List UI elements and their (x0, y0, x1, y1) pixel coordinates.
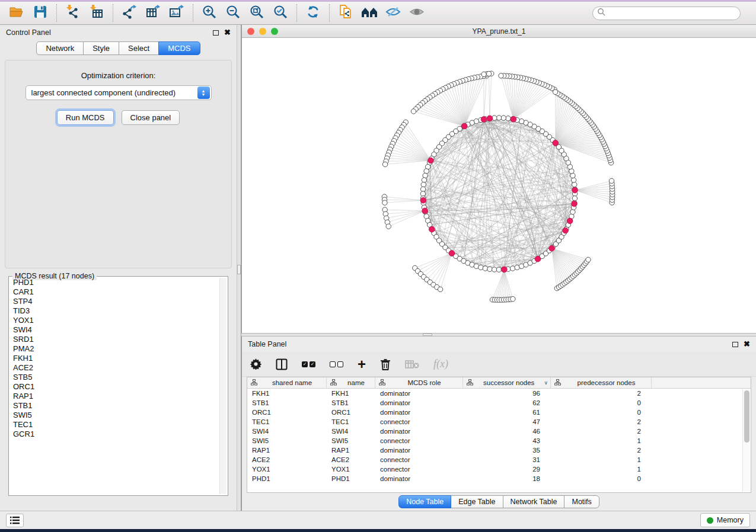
table-row[interactable]: RAP1RAP1dominator352 (247, 446, 751, 455)
maximize-traffic-light[interactable] (271, 28, 278, 35)
table-row[interactable]: STB1STB1dominator620 (247, 398, 751, 408)
cell-name[interactable]: TEC1 (327, 417, 375, 427)
mcds-list-scrollbar[interactable] (219, 278, 227, 494)
cell-shared-name[interactable]: SWI5 (247, 436, 327, 446)
mcds-result-item[interactable]: CAR1 (10, 287, 219, 297)
mcds-result-item[interactable]: STB1 (10, 401, 219, 411)
cell-name[interactable]: STB1 (327, 398, 375, 408)
zoom-fit-button[interactable] (245, 4, 269, 23)
mcds-result-item[interactable]: SWI5 (10, 411, 219, 420)
cell-mcds-role[interactable]: dominator (375, 446, 463, 455)
run-mcds-button[interactable]: Run MCDS (57, 110, 114, 125)
export-table-button[interactable] (141, 4, 165, 23)
search-field[interactable] (592, 7, 741, 20)
cell-mcds-role[interactable]: connector (375, 417, 463, 427)
close-panel-button[interactable]: Close panel (122, 110, 180, 125)
add-column-button[interactable]: + (358, 357, 366, 372)
tab-network[interactable]: Network (36, 41, 84, 55)
cell-successor-nodes[interactable]: 18 (463, 474, 551, 483)
table-row[interactable]: FKH1FKH1dominator962 (247, 389, 751, 398)
table-settings-button[interactable] (250, 357, 261, 372)
table-row[interactable]: PHD1PHD1dominator180 (247, 474, 751, 483)
splitter-handle[interactable] (423, 334, 432, 336)
mcds-result-item[interactable]: GCR1 (10, 430, 219, 439)
splitter-handle[interactable] (237, 265, 241, 274)
mcds-result-item[interactable]: PMA2 (10, 344, 219, 354)
cell-shared-name[interactable]: RAP1 (247, 446, 327, 455)
cell-predecessor-nodes[interactable]: 0 (551, 408, 652, 417)
tab-style[interactable]: Style (83, 41, 119, 55)
tab-motifs[interactable]: Motifs (564, 495, 599, 508)
mcds-result-item[interactable]: ACE2 (10, 363, 219, 373)
mcds-result-item[interactable]: PHD1 (10, 278, 219, 287)
cell-mcds-role[interactable]: connector (375, 436, 463, 446)
column-header-successor-nodes[interactable]: successor nodes∨ (463, 377, 551, 388)
cell-predecessor-nodes[interactable]: 0 (551, 398, 652, 408)
cell-predecessor-nodes[interactable]: 2 (551, 417, 652, 427)
cell-shared-name[interactable]: ORC1 (247, 408, 327, 417)
zoom-selected-button[interactable] (269, 4, 292, 23)
cell-successor-nodes[interactable]: 31 (463, 455, 551, 464)
table-row[interactable]: SWI5SWI5connector431 (247, 436, 751, 446)
vertical-splitter[interactable] (237, 25, 241, 511)
table-row[interactable]: TEC1TEC1connector472 (247, 417, 751, 427)
mcds-result-item[interactable]: ORC1 (10, 382, 219, 392)
cell-successor-nodes[interactable]: 35 (463, 446, 551, 455)
table-row[interactable]: YOX1YOX1connector291 (247, 464, 751, 474)
tab-select[interactable]: Select (119, 41, 159, 55)
duplicate-network-button[interactable] (334, 4, 358, 23)
optimization-criterion-select[interactable]: largest connected component (undirected)… (25, 85, 212, 100)
cell-mcds-role[interactable]: dominator (375, 474, 463, 483)
cell-mcds-role[interactable]: dominator (375, 398, 463, 408)
column-header-mcds-role[interactable]: MCDS role (375, 377, 463, 388)
mcds-result-item[interactable]: RAP1 (10, 392, 219, 401)
cell-successor-nodes[interactable]: 47 (463, 417, 551, 427)
table-row[interactable]: SWI4SWI4dominator462 (247, 427, 751, 436)
cell-shared-name[interactable]: FKH1 (247, 389, 327, 398)
show-all-button[interactable] (405, 4, 429, 23)
table-row[interactable]: ORC1ORC1dominator610 (247, 408, 751, 417)
cell-predecessor-nodes[interactable]: 2 (551, 389, 652, 398)
tab-mcds[interactable]: MCDS (158, 41, 200, 55)
column-header-shared-name[interactable]: shared name (247, 377, 327, 388)
mcds-result-item[interactable]: TEC1 (10, 420, 219, 430)
column-header-predecessor-nodes[interactable]: predecessor nodes (551, 377, 652, 388)
cell-successor-nodes[interactable]: 96 (463, 389, 551, 398)
cell-successor-nodes[interactable]: 29 (463, 464, 551, 474)
hide-selected-button[interactable] (381, 4, 405, 23)
cell-successor-nodes[interactable]: 61 (463, 408, 551, 417)
network-canvas[interactable] (242, 38, 756, 333)
cell-predecessor-nodes[interactable]: 2 (551, 427, 652, 436)
first-neighbors-button[interactable] (358, 4, 381, 23)
mcds-result-item[interactable]: TID3 (10, 306, 219, 316)
cell-name[interactable]: FKH1 (327, 389, 375, 398)
horizontal-splitter[interactable] (241, 333, 756, 336)
mcds-result-item[interactable]: STP4 (10, 297, 219, 306)
mcds-result-item[interactable]: SRD1 (10, 335, 219, 344)
import-table-button[interactable] (85, 4, 109, 23)
cell-name[interactable]: YOX1 (327, 464, 375, 474)
cell-name[interactable]: ORC1 (327, 408, 375, 417)
cell-shared-name[interactable]: PHD1 (247, 474, 327, 483)
close-panel-icon[interactable]: ✖ (224, 30, 231, 36)
open-file-button[interactable] (5, 4, 28, 23)
cell-mcds-role[interactable]: dominator (375, 427, 463, 436)
deselect-all-button[interactable] (330, 357, 343, 372)
cell-shared-name[interactable]: ACE2 (247, 455, 327, 464)
mcds-result-item[interactable]: FKH1 (10, 354, 219, 363)
export-network-button[interactable] (117, 4, 141, 23)
cell-predecessor-nodes[interactable]: 1 (551, 436, 652, 446)
cell-predecessor-nodes[interactable]: 2 (551, 446, 652, 455)
cell-name[interactable]: SWI5 (327, 436, 375, 446)
refresh-button[interactable] (301, 4, 325, 23)
cell-mcds-role[interactable]: dominator (375, 408, 463, 417)
tab-edge-table[interactable]: Edge Table (451, 495, 503, 508)
cell-name[interactable]: PHD1 (327, 474, 375, 483)
cell-mcds-role[interactable]: connector (375, 464, 463, 474)
cell-mcds-role[interactable]: connector (375, 455, 463, 464)
panel-menu-button[interactable] (6, 514, 24, 527)
column-header-name[interactable]: name (327, 377, 375, 388)
float-panel-icon[interactable] (213, 30, 219, 36)
delete-column-button[interactable] (380, 357, 391, 372)
tab-node-table[interactable]: Node Table (398, 495, 451, 508)
